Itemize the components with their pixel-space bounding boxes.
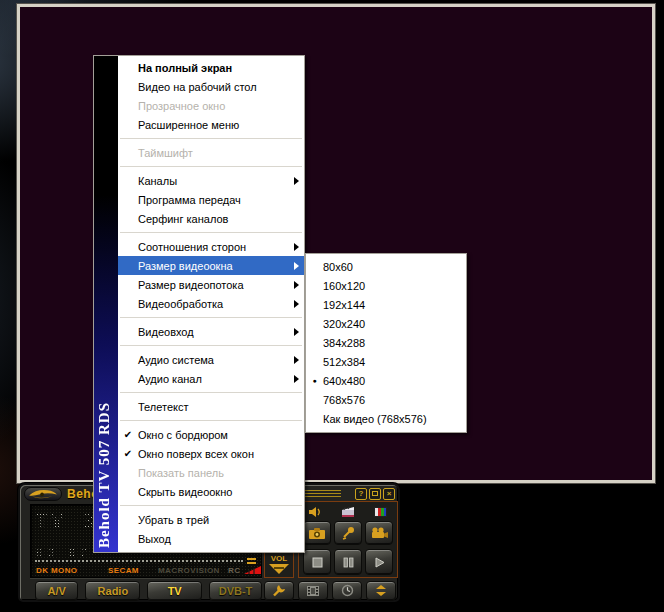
pause-icon <box>343 557 354 568</box>
submenu-item-as-video[interactable]: Как видео (768x576) <box>306 409 466 428</box>
app-logo <box>24 487 62 501</box>
signal-meter-icon <box>244 566 261 574</box>
menu-separator <box>120 345 302 346</box>
menu-item-video-on-desktop[interactable]: Видео на рабочий стол <box>118 77 304 96</box>
clapperboard-icon <box>341 506 355 518</box>
scheduler-button[interactable] <box>332 581 362 601</box>
menu-item-transparent-window: Прозрачное окно <box>118 96 304 115</box>
volume-control[interactable]: VOL <box>264 549 294 578</box>
help-button[interactable]: ? <box>355 488 367 500</box>
volume-down-icon <box>269 564 289 574</box>
close-button[interactable]: × <box>383 488 395 500</box>
timer-icon <box>341 584 354 597</box>
menu-item-minimize-to-tray[interactable]: Убрать в трей <box>118 510 304 529</box>
menu-item-timeshift: Таймшифт <box>118 143 304 162</box>
video-window-size-submenu: 80x60 160x120 192x144 320x240 384x288 51… <box>305 253 467 433</box>
stop-icon <box>312 557 323 568</box>
status-macrovision: MACROVISION <box>158 566 220 575</box>
mode-button-strip: A/V Radio TV DVB-T <box>28 580 262 601</box>
menu-item-aspect-ratio[interactable]: Соотношения сторон <box>118 237 304 256</box>
submenu-arrow-icon <box>294 300 299 308</box>
play-icon <box>374 557 385 568</box>
menu-separator <box>120 138 302 139</box>
mode-button-dvbt[interactable]: DVB-T <box>209 581 262 601</box>
menu-item-show-panel: Показать панель <box>118 463 304 482</box>
submenu-item-80x60[interactable]: 80x60 <box>306 257 466 276</box>
submenu-item-640x480[interactable]: ●640x480 <box>306 371 466 390</box>
menu-separator <box>120 392 302 393</box>
menu-item-program-guide[interactable]: Программа передач <box>118 190 304 209</box>
up-down-icon <box>375 584 387 597</box>
menu-item-extended-menu[interactable]: Расширенное меню <box>118 115 304 134</box>
lcd-channel: TV 3 <box>36 510 98 532</box>
radio-dot-icon: ● <box>306 371 323 390</box>
submenu-item-384x288[interactable]: 384x288 <box>306 333 466 352</box>
lcd-clock: 02 07 <box>36 545 90 560</box>
mode-button-tv[interactable]: TV <box>147 581 202 601</box>
submenu-arrow-icon <box>294 243 299 251</box>
volume-label: VOL <box>271 554 287 563</box>
mode-button-av[interactable]: A/V <box>35 581 78 601</box>
menu-item-audio-channel[interactable]: Аудио канал <box>118 369 304 388</box>
pause-button[interactable] <box>334 549 362 575</box>
submenu-arrow-icon <box>294 328 299 336</box>
submenu-item-160x120[interactable]: 160x120 <box>306 276 466 295</box>
submenu-arrow-icon <box>294 356 299 364</box>
menu-item-audio-system[interactable]: Аудио система <box>118 350 304 369</box>
menu-item-video-window-size[interactable]: Размер видеоокна <box>118 256 304 275</box>
channel-up-down-button[interactable] <box>366 581 396 601</box>
submenu-arrow-icon <box>294 375 299 383</box>
menu-sidebar-brand: Behold TV 507 RDS <box>96 402 113 548</box>
submenu-arrow-icon <box>294 262 299 270</box>
menu-item-hide-video-window[interactable]: Скрыть видеоокно <box>118 482 304 501</box>
submenu-arrow-icon <box>294 281 299 289</box>
menu-item-video-stream-size[interactable]: Размер видеопотока <box>118 275 304 294</box>
record-control-cluster <box>298 501 398 578</box>
lcd-stereo-bars-icon <box>247 558 256 564</box>
menu-sidebar: Behold TV 507 RDS <box>94 56 118 552</box>
menu-item-fullscreen[interactable]: На полный экран <box>118 58 304 77</box>
audio-record-button[interactable] <box>334 521 362 545</box>
submenu-arrow-icon <box>294 177 299 185</box>
filmstrip-icon <box>306 585 320 597</box>
videocamera-icon <box>371 527 388 539</box>
stop-button[interactable] <box>303 549 331 575</box>
menu-item-exit[interactable]: Выход <box>118 529 304 548</box>
microphone-icon <box>341 526 355 540</box>
test-pattern-icon <box>374 506 387 518</box>
settings-button[interactable] <box>264 581 294 601</box>
submenu-item-192x144[interactable]: 192x144 <box>306 295 466 314</box>
menu-item-video-processing[interactable]: Видеообработка <box>118 294 304 313</box>
menu-separator <box>120 420 302 421</box>
submenu-item-320x240[interactable]: 320x240 <box>306 314 466 333</box>
menu-item-window-border[interactable]: ✔Окно с бордюром <box>118 425 304 444</box>
submenu-item-768x576[interactable]: 768x576 <box>306 390 466 409</box>
submenu-item-512x384[interactable]: 512x384 <box>306 352 466 371</box>
context-menu: Behold TV 507 RDS На полный экран Видео … <box>93 55 305 553</box>
utility-button-strip <box>264 580 398 601</box>
menu-item-teletext[interactable]: Телетекст <box>118 397 304 416</box>
checkmark-icon: ✔ <box>118 444 138 463</box>
video-record-button[interactable] <box>365 521 393 545</box>
play-button[interactable] <box>365 549 393 575</box>
speaker-icon <box>309 506 322 518</box>
menu-item-channels[interactable]: Каналы <box>118 171 304 190</box>
menu-separator <box>120 317 302 318</box>
minimize-button[interactable] <box>369 488 381 500</box>
eye-logo-icon <box>28 488 58 500</box>
menu-item-always-on-top[interactable]: ✔Окно поверх всех окон <box>118 444 304 463</box>
status-audio-standard: DK MONO <box>36 566 77 575</box>
video-files-button[interactable] <box>298 581 328 601</box>
menu-item-channel-surfing[interactable]: Серфинг каналов <box>118 209 304 228</box>
checkmark-icon: ✔ <box>118 425 138 444</box>
wrench-icon <box>272 584 286 597</box>
menu-item-video-input[interactable]: Видеовход <box>118 322 304 341</box>
status-video-standard: SECAM <box>108 566 139 575</box>
menu-separator <box>120 505 302 506</box>
menu-separator <box>120 166 302 167</box>
minimize-icon <box>372 491 378 496</box>
mode-button-radio[interactable]: Radio <box>85 581 140 601</box>
snapshot-button[interactable] <box>303 521 331 545</box>
lcd-separator-dots <box>35 560 243 562</box>
menu-separator <box>120 232 302 233</box>
